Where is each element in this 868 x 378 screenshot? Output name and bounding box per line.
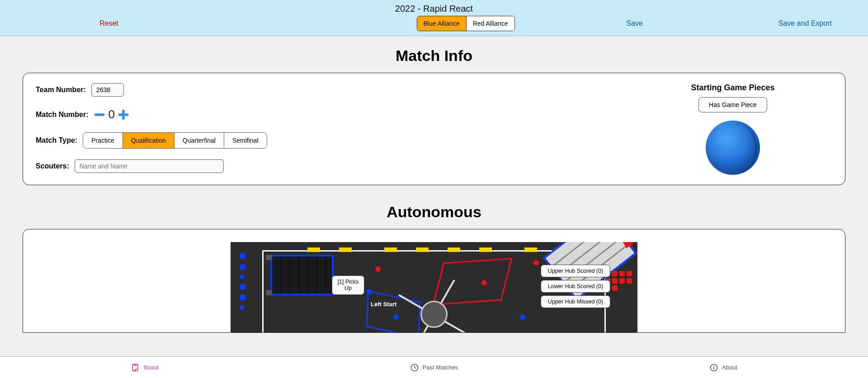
match-number-value: 0 xyxy=(107,107,115,121)
left-start-label: Left Start xyxy=(371,301,396,308)
info-icon xyxy=(709,363,718,372)
field-map[interactable]: Left Start [1] Picks Up Upper Hub Scored… xyxy=(231,242,637,332)
picks-up-button[interactable]: [1] Picks Up xyxy=(332,275,364,295)
team-number-label: Team Number: xyxy=(36,86,86,94)
match-number-label: Match Number: xyxy=(36,111,88,119)
page-title: 2022 - Rapid React xyxy=(0,3,868,16)
has-game-piece-button[interactable]: Has Game Piece xyxy=(698,97,767,112)
autonomous-heading: Autonomous xyxy=(18,203,850,221)
hub-icon: Left Start xyxy=(407,287,461,332)
starting-pieces-label: Starting Game Pieces xyxy=(633,83,832,93)
autonomous-panel: Left Start [1] Picks Up Upper Hub Scored… xyxy=(23,229,845,333)
scouters-label: Scouters: xyxy=(36,162,69,170)
alliance-toggle: Blue Alliance Red Alliance xyxy=(417,16,515,31)
match-type-practice[interactable]: Practice xyxy=(83,133,123,148)
svg-point-7 xyxy=(714,366,714,366)
nav-scout[interactable]: Scout xyxy=(0,357,289,378)
save-export-link[interactable]: Save and Export xyxy=(778,19,832,28)
match-info-panel: Team Number: Match Number: 0 xyxy=(23,73,845,185)
match-type-qualification[interactable]: Qualification xyxy=(123,133,174,148)
save-link[interactable]: Save xyxy=(626,19,642,28)
upper-hub-scored-button[interactable]: Upper Hub Scored (0) xyxy=(541,265,610,277)
blue-alliance-button[interactable]: Blue Alliance xyxy=(417,16,466,31)
match-info-heading: Match Info xyxy=(18,47,850,65)
blue-cargo-cluster-icon xyxy=(240,253,246,310)
upper-hub-missed-button[interactable]: Upper Hub Missed (0) xyxy=(541,295,610,308)
match-number-increment[interactable] xyxy=(118,109,129,121)
blue-hangar-icon xyxy=(270,255,334,295)
clipboard-icon xyxy=(131,363,140,372)
match-type-semifinal[interactable]: Semifinal xyxy=(224,133,267,148)
nav-scout-label: Scout xyxy=(143,364,158,371)
reset-link[interactable]: Reset xyxy=(99,19,118,28)
scouters-input[interactable] xyxy=(75,159,224,173)
red-alliance-button[interactable]: Red Alliance xyxy=(466,16,514,31)
main-scroll[interactable]: Match Info Team Number: Match Number: xyxy=(0,36,868,356)
nav-past-label: Past Matches xyxy=(423,364,458,371)
clock-icon xyxy=(410,363,419,372)
team-number-input[interactable] xyxy=(91,83,124,97)
match-type-group: Practice Qualification Quarterfinal Semi… xyxy=(83,132,267,149)
match-number-decrement[interactable] xyxy=(94,109,105,121)
cargo-ball-icon xyxy=(706,121,760,175)
header: 2022 - Rapid React Reset Blue Alliance R… xyxy=(0,0,868,36)
lower-hub-scored-button[interactable]: Lower Hub Scored (0) xyxy=(541,280,610,293)
nav-past-matches[interactable]: Past Matches xyxy=(289,357,579,378)
bottom-nav: Scout Past Matches About xyxy=(0,356,868,378)
match-type-quarterfinal[interactable]: Quarterfinal xyxy=(174,133,224,148)
nav-about-label: About xyxy=(722,364,737,371)
match-type-label: Match Type: xyxy=(36,136,77,145)
nav-about[interactable]: About xyxy=(579,357,868,378)
